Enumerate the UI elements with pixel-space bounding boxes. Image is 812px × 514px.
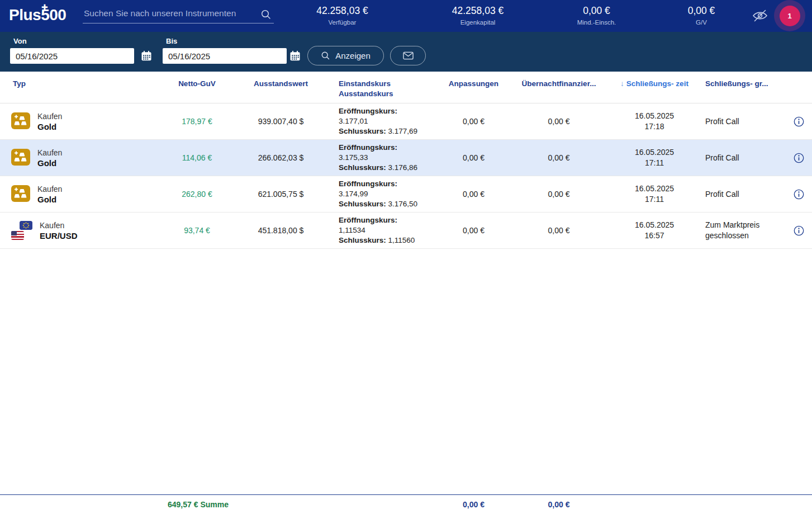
eurusd-instrument-icon	[11, 221, 32, 240]
to-date-label: Bis	[166, 37, 177, 45]
stat-margin: 0,00 € Mind.-Einsch.	[550, 5, 643, 26]
plus500-logo[interactable]: Plus500 ✚	[9, 6, 66, 24]
to-date-input[interactable]	[163, 48, 287, 64]
close-time: 17:11	[604, 158, 705, 168]
header-netto-guv[interactable]: Netto-GuV	[168, 72, 226, 103]
instrument-name: Gold	[37, 194, 62, 205]
gold-instrument-icon	[11, 185, 30, 204]
close-rate-label: Schlusskurs:	[339, 236, 386, 244]
table-row[interactable]: Kaufen Gold 114,06 € 266.062,03 $ Eröffn…	[0, 140, 812, 176]
kurs-cell: Eröffnungskurs: 1,11534 Schlusskurs: 1,1…	[335, 215, 433, 246]
kurs-cell: Eröffnungskurs: 3.174,99 Schlusskurs: 3.…	[335, 179, 433, 209]
info-icon[interactable]	[794, 225, 804, 236]
anpassungen-value: 0,00 €	[433, 190, 514, 199]
info-cell	[785, 116, 812, 127]
close-time: 17:11	[604, 194, 705, 205]
close-reason: Profit Call	[705, 189, 785, 200]
netto-guv-value: 93,74 €	[168, 226, 226, 235]
stat-available: 42.258,03 € Verfügbar	[291, 5, 394, 26]
header-ausstandswert[interactable]: Ausstandswert	[226, 72, 335, 103]
info-cell	[785, 153, 812, 163]
uebernacht-value: 0,00 €	[514, 226, 604, 235]
header-ausstandskurs: Ausstandskurs	[339, 89, 433, 99]
instrument-cell: Kaufen Gold	[0, 184, 168, 205]
netto-guv-value: 262,80 €	[168, 190, 226, 199]
eu-flag-icon	[20, 221, 32, 230]
open-rate-label: Eröffnungskurs:	[339, 143, 397, 152]
header-anpassungen[interactable]: Anpassungen	[433, 72, 514, 103]
stat-available-value: 42.258,03 €	[291, 5, 394, 17]
summary-row: 649,57 € Summe 0,00 € 0,00 €	[0, 494, 812, 514]
search-input[interactable]	[83, 7, 274, 23]
open-rate-value: 1,11534	[339, 225, 433, 235]
close-time-cell: 16.05.2025 17:11	[604, 183, 705, 205]
stat-equity-value: 42.258,03 €	[425, 5, 531, 17]
plus500-closed-positions-page: Plus500 ✚ 42.258,03 € Verfügbar 42.258,0…	[0, 0, 812, 514]
close-time-cell: 16.05.2025 17:11	[604, 147, 705, 168]
open-rate-label: Eröffnungskurs:	[339, 180, 397, 188]
position-action: Kaufen	[37, 184, 62, 194]
info-cell	[785, 225, 812, 236]
ausstandswert-value: 451.818,00 $	[226, 226, 335, 235]
position-action: Kaufen	[37, 148, 62, 158]
uebernacht-value: 0,00 €	[514, 153, 604, 162]
email-report-button[interactable]	[390, 46, 426, 65]
info-icon[interactable]	[794, 153, 804, 163]
close-date: 16.05.2025	[604, 220, 705, 230]
instrument-search	[83, 7, 274, 25]
table-header-row: Typ Netto-GuV Ausstandswert Einstandskur…	[0, 72, 812, 103]
close-reason: Profit Call	[705, 116, 785, 127]
position-action: Kaufen	[40, 220, 78, 230]
eye-slash-icon[interactable]	[752, 8, 770, 24]
open-rate-value: 3.175,33	[339, 153, 433, 163]
closed-positions-table: Typ Netto-GuV Ausstandswert Einstandskur…	[0, 72, 812, 249]
instrument-cell: Kaufen EUR/USD	[0, 220, 168, 241]
header-uebernachtfinanzierung[interactable]: Übernachtfinanzier...	[514, 72, 604, 103]
netto-guv-value: 178,97 €	[168, 117, 226, 126]
notifications-button[interactable]: 1	[774, 0, 805, 31]
instrument-cell: Kaufen Gold	[0, 148, 168, 168]
close-time-cell: 16.05.2025 16:57	[604, 220, 705, 241]
info-icon[interactable]	[794, 189, 804, 200]
close-rate-value: 3.176,86	[388, 163, 418, 172]
table-row[interactable]: Kaufen Gold 178,97 € 939.007,40 $ Eröffn…	[0, 103, 812, 140]
close-rate-label: Schlusskurs:	[339, 127, 386, 135]
close-date: 16.05.2025	[604, 111, 705, 121]
show-button[interactable]: Anzeigen	[307, 46, 384, 65]
show-button-search-icon	[321, 51, 330, 60]
to-calendar-icon[interactable]	[289, 50, 302, 63]
logo-plus-icon: ✚	[41, 3, 48, 12]
header-typ[interactable]: Typ	[0, 72, 168, 103]
info-icon[interactable]	[794, 116, 804, 127]
header-kurs[interactable]: Einstandskurs Ausstandskurs	[335, 72, 433, 103]
header-schliessungsgrund[interactable]: Schließungs- gr...	[705, 72, 785, 103]
stat-equity: 42.258,03 € Eigenkapital	[425, 5, 531, 26]
close-reason: Profit Call	[705, 153, 785, 163]
close-time-cell: 16.05.2025 17:18	[604, 111, 705, 132]
gold-instrument-icon	[11, 112, 30, 131]
header-schliessungszeit[interactable]: ↓Schließungs- zeit	[604, 72, 705, 103]
us-flag-canton	[11, 231, 17, 235]
open-rate-value: 3.174,99	[339, 189, 433, 199]
instrument-text: Kaufen EUR/USD	[40, 220, 78, 241]
table-row[interactable]: Kaufen EUR/USD 93,74 € 451.818,00 $ Eröf…	[0, 213, 812, 249]
kurs-cell: Eröffnungskurs: 3.175,33 Schlusskurs: 3.…	[335, 143, 433, 173]
summary-netto-value: 649,57 €	[168, 500, 198, 509]
open-rate-label: Eröffnungskurs:	[339, 216, 397, 224]
ausstandswert-value: 266.062,03 $	[226, 153, 335, 162]
stat-pl: 0,00 € G/V	[659, 5, 743, 26]
table-row[interactable]: Kaufen Gold 262,80 € 621.005,75 $ Eröffn…	[0, 176, 812, 213]
sort-down-icon: ↓	[620, 79, 624, 88]
from-calendar-icon[interactable]	[141, 50, 153, 63]
notification-count: 1	[787, 12, 791, 20]
summary-summe-label: Summe	[200, 500, 229, 509]
close-rate-label: Schlusskurs:	[339, 200, 386, 208]
search-icon[interactable]	[260, 9, 272, 22]
mail-icon	[403, 51, 414, 60]
from-date-input[interactable]	[10, 48, 134, 64]
gold-instrument-icon	[11, 149, 30, 167]
header-info-spacer	[785, 72, 812, 103]
anpassungen-value: 0,00 €	[433, 153, 514, 162]
date-filter-bar: Von Bis	[0, 32, 812, 72]
instrument-text: Kaufen Gold	[37, 148, 62, 168]
